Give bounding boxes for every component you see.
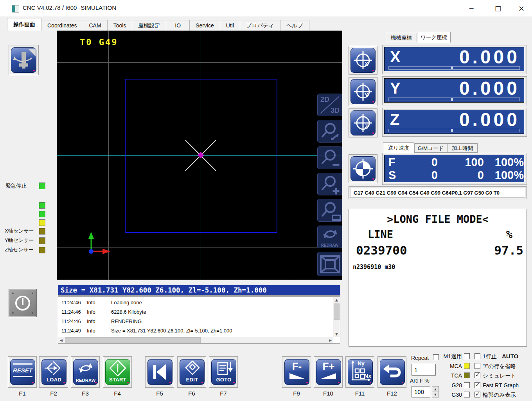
edit-button[interactable]: EDIT [177,356,206,388]
simulate-label: シミュレート [483,372,516,379]
redraw-icon [318,226,342,242]
scroll-up-icon[interactable]: ▲ [333,297,340,303]
close-button[interactable]: × [511,0,532,16]
ramp-up-icon [316,372,341,380]
log-level: Info [87,307,95,317]
menu-tab-coord-settings[interactable]: 座標設定 [132,20,166,31]
spindle-tool-button[interactable] [9,45,39,75]
zoom-in-button[interactable] [317,173,342,195]
tab-machine-coords[interactable]: 機械座標 [386,33,417,42]
log-panel[interactable]: 11:24:46 Info Loading done 11:24:46 Info… [58,296,340,344]
x-axis-position-strip [388,66,520,70]
f5-key-label: F5 [145,390,174,397]
scroll-right-icon[interactable]: ▶ [327,337,333,343]
nesting-grid-button[interactable]: Ny Nx [345,356,374,388]
load-button[interactable]: LOAD [39,356,68,388]
repeat-checkbox[interactable] [433,354,439,360]
g28-checkbox[interactable] [464,382,470,388]
feed-row: F 0 100 100% [385,156,524,169]
spindle-rotation-icon [11,48,36,72]
menu-tab-help[interactable]: ヘルプ [280,20,309,31]
x-axis-zero-button[interactable]: X [349,46,377,75]
cnc-application-window: CNC V4.02.78 / I600--SIMULATION ─ □ × 操作… [0,0,532,401]
repeat-count-input[interactable] [412,364,436,376]
tab-feed-rate[interactable]: 送り速度 [383,142,414,153]
minimize-button[interactable]: ─ [458,0,484,16]
view-cube-button[interactable] [317,252,342,276]
status-indicator-1 [39,202,45,209]
vertical-scrollbar[interactable]: ▲ ▼ [333,297,340,337]
menu-tab-properties[interactable]: プロパティ [240,20,280,31]
f6-key-label: F6 [177,390,206,397]
m1-apply-checkbox[interactable] [464,353,470,359]
power-button[interactable] [9,289,37,317]
simulate-checkbox[interactable]: ✓ [474,372,480,378]
horizontal-scrollbar[interactable]: ◀ ▶ [58,337,333,343]
fast-rt-graph-checkbox[interactable]: ✓ [474,382,480,388]
grid-line-h [57,62,342,63]
log-message: Loading done [111,298,142,307]
feed-origin-button[interactable] [349,154,377,183]
arc-f-spin-down[interactable]: ▼ [432,392,439,397]
viewport-redraw-button[interactable]: REDRAW [317,226,342,248]
skip-slash-checkbox[interactable] [474,363,480,369]
z-axis-zero-button[interactable]: Z [349,108,377,137]
redraw-button[interactable]: REDRAW [71,356,100,388]
goto-button[interactable]: GOTO [209,356,238,388]
feed-increase-button[interactable]: F+ [314,356,343,388]
outline-only-checkbox[interactable]: ✓ [474,392,480,397]
menu-tab-cam[interactable]: CAM [83,20,108,31]
zoom-window-button[interactable] [317,199,342,222]
z-coordinate-display: Z 0.000 [384,110,524,134]
feed-decrease-button[interactable]: F- [282,356,311,388]
zoom-in-icon [318,173,342,196]
close-icon: × [518,4,525,13]
arc-f-input[interactable] [412,386,430,397]
title-bar: CNC V4.02.78 / I600--SIMULATION ─ □ × [0,0,532,17]
f9-key-label: F9 [282,390,311,397]
view-2d-3d-button[interactable]: 2D 3D [317,94,342,116]
start-button[interactable]: START [103,356,132,388]
horizontal-scroll-thumb[interactable] [65,337,201,343]
g30-checkbox[interactable] [464,392,470,397]
menu-tab-util[interactable]: Util [220,20,240,31]
menu-tab-operation[interactable]: 操作画面 [7,18,41,31]
zoom-out-button[interactable] [317,146,342,169]
scroll-left-icon[interactable]: ◀ [58,337,64,343]
mca-indicator [464,363,470,369]
y-axis-zero-button[interactable]: Y [349,77,377,106]
tab-machining-time[interactable]: 加工時間 [447,143,478,153]
zoom-fit-button[interactable] [317,120,342,143]
2d-label: 2D [320,96,329,104]
single-block-checkbox[interactable] [474,353,480,359]
f11-key-label: F11 [345,390,374,397]
menu-tab-service[interactable]: Service [189,20,220,31]
mca-label: MCA [440,363,462,369]
arc-f-spin-up[interactable]: ▲ [432,386,439,392]
undo-button[interactable] [377,356,406,388]
undo-arrow-icon [380,359,404,385]
tab-gm-code[interactable]: G/Mコード [414,143,447,153]
log-time: 11:24:46 [61,307,81,317]
g28-label: G28 [440,382,462,388]
speed-actual: 0 [412,169,438,182]
scroll-down-icon[interactable]: ▼ [333,331,340,337]
reset-button[interactable]: RESET [8,356,37,388]
menu-tab-coordinates[interactable]: Coordinates [41,20,83,31]
rewind-to-start-button[interactable] [145,356,174,388]
status-indicator-2 [39,211,45,217]
speed-programmed: 0 [438,169,484,182]
vertical-scroll-thumb[interactable] [334,303,340,320]
log-level: Info [87,326,95,336]
minimize-icon: ─ [469,4,473,12]
tab-work-coords[interactable]: ワーク座標 [417,32,451,43]
status-indicator-3 [39,219,45,226]
program-info-box: >LONG FILE MODE< LINE % 0239700 97.5 n23… [349,209,527,347]
menu-tab-tools[interactable]: Tools [107,20,133,31]
menu-tab-io[interactable]: IO [166,20,190,31]
y-axis-value: 0.000 [459,78,520,99]
maximize-button[interactable]: □ [485,0,511,16]
graphics-viewport[interactable]: T0 G49 2D 3D [57,31,342,280]
feed-override: 100% [484,156,524,169]
emergency-stop-label: 緊急停止 [5,182,27,190]
